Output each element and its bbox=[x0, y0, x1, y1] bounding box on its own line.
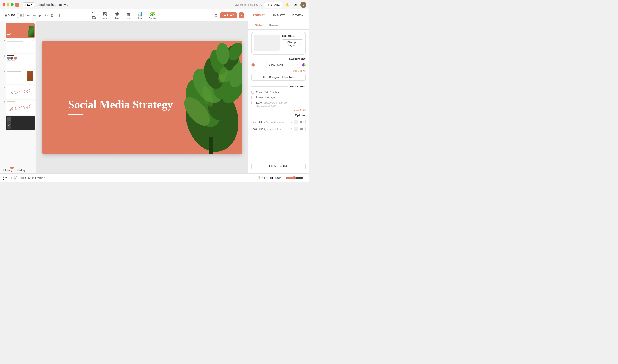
apply-to-all-button[interactable]: Apply To All bbox=[251, 69, 306, 72]
addons-tool[interactable]: 🧩 AddOns bbox=[146, 11, 159, 20]
redo-button[interactable]: ↪ bbox=[31, 13, 37, 18]
slide-format-tab[interactable]: Slide bbox=[251, 21, 265, 29]
lock-slide-toggle[interactable]: No bbox=[294, 127, 306, 131]
hide-background-button[interactable]: Hide Background Graphics bbox=[251, 74, 306, 81]
slide-thumbnail-5[interactable] bbox=[6, 85, 35, 100]
slide-title: Social Media Strategy bbox=[68, 98, 173, 111]
color-picker-icon[interactable] bbox=[302, 63, 306, 67]
grid-view-button[interactable]: ⊟ bbox=[18, 13, 24, 18]
date-row: Date Update Automatically bbox=[251, 100, 306, 105]
view-mode-select[interactable]: Normal View ▾ bbox=[28, 176, 45, 180]
change-layout-button[interactable]: Change Layout ▾ bbox=[282, 39, 303, 49]
document-title: Social Media Strategy 🖊 bbox=[37, 3, 69, 6]
page-indicator: 1 / 1 Slides bbox=[9, 176, 26, 180]
grid-icon: ⊟ bbox=[20, 14, 22, 17]
footer-message-checkbox[interactable] bbox=[251, 96, 255, 99]
mail-icon[interactable]: ✉ bbox=[292, 2, 298, 8]
file-label: FILE bbox=[25, 3, 30, 6]
zoom-slider[interactable] bbox=[286, 176, 303, 180]
shape-tool[interactable]: ⬟ Shape bbox=[111, 11, 123, 20]
slide-thumbnail-3[interactable] bbox=[6, 54, 35, 69]
slide-thumbnails: 1 Social MediaStrategy 2 bbox=[0, 21, 37, 167]
notification-icon[interactable]: 🔔 bbox=[284, 2, 290, 8]
zoom-in-icon[interactable]: + bbox=[305, 176, 306, 180]
gallery-tab[interactable]: Gallery bbox=[16, 168, 26, 172]
chevron-down-icon: ▾ bbox=[300, 42, 301, 45]
page-separator: / bbox=[15, 176, 16, 180]
right-toolbar: ⚙ ▶ PLAY ▾ FORMAT ANIMATE REVIEW bbox=[213, 12, 306, 19]
slide-thumbnail-2[interactable]: 📋 bbox=[6, 39, 35, 53]
update-automatically-label: Update Automatically bbox=[263, 101, 306, 104]
table-tool[interactable]: ▦ Table bbox=[123, 11, 134, 20]
paste-button[interactable]: 📋 bbox=[55, 13, 62, 18]
status-right: 📝 Notes ⊞ 100% − + bbox=[258, 176, 306, 180]
themes-tab[interactable]: Themes bbox=[265, 21, 282, 29]
show-slide-number-label: Show Slide Number bbox=[256, 91, 279, 94]
hide-slide-row: Hide Slide ( During Slideshow ) ○ No bbox=[251, 118, 306, 125]
canvas-area: Social Media Strategy bbox=[37, 21, 248, 173]
play-dropdown-button[interactable]: ▾ bbox=[239, 13, 244, 18]
minimize-button[interactable] bbox=[7, 3, 9, 6]
slide-background: Social Media Strategy bbox=[42, 41, 242, 154]
footer-section-header: Slide Footer bbox=[251, 85, 306, 88]
slide-thumbnail-1[interactable]: Social MediaStrategy bbox=[6, 23, 35, 38]
play-icon: ▶ bbox=[224, 14, 226, 17]
title-bar-icons: 🔔 ✉ U bbox=[284, 2, 306, 8]
chat-icon[interactable]: 💬 bbox=[2, 176, 7, 180]
share-icon: ⇧ bbox=[267, 3, 270, 6]
hide-slide-label: Hide Slide bbox=[251, 121, 263, 124]
avatar[interactable]: U bbox=[301, 2, 306, 8]
plant-decoration bbox=[165, 43, 242, 154]
chevron-down-icon: ▾ bbox=[43, 177, 45, 179]
maximize-button[interactable] bbox=[11, 3, 14, 6]
format-paint-button[interactable]: 🖌 bbox=[37, 13, 43, 18]
library-tab[interactable]: Library New bbox=[2, 168, 13, 172]
edit-master-slide-button[interactable]: Edit Master Slide bbox=[251, 163, 306, 170]
footer-message-input[interactable] bbox=[256, 95, 306, 100]
hide-slide-sub: ( During Slideshow ) bbox=[264, 121, 285, 123]
share-button[interactable]: ⇧ SHARE bbox=[264, 2, 282, 8]
slide-thumbnail-6[interactable] bbox=[6, 100, 35, 115]
slide-thumbnail-4[interactable] bbox=[6, 69, 35, 84]
chart-tool[interactable]: 📊 Chart bbox=[134, 11, 146, 20]
thumb-container-5: 5 bbox=[2, 85, 35, 100]
slides-icon[interactable]: ⊞ bbox=[270, 176, 273, 180]
review-tab[interactable]: REVIEW bbox=[289, 13, 306, 18]
notes-button[interactable]: 📝 Notes bbox=[258, 176, 268, 180]
fill-layout-select[interactable]: Follow Layout ▾ bbox=[266, 62, 301, 68]
zoom-out-icon[interactable]: − bbox=[283, 176, 284, 180]
table-icon: ▦ bbox=[127, 11, 131, 16]
thumb-container-2: 2 📋 bbox=[2, 39, 35, 53]
show-slide-number-row: Show Slide Number bbox=[251, 90, 306, 94]
fill-color-dot[interactable] bbox=[251, 63, 255, 67]
main-content: 1 Social MediaStrategy 2 bbox=[0, 21, 309, 173]
file-menu-button[interactable]: FILE ▾ bbox=[23, 2, 35, 7]
image-icon: 🖼 bbox=[103, 12, 107, 16]
insert-tools: T Text 🖼 Image ⬟ Shape ▦ Table 📊 Chart 🧩… bbox=[89, 11, 159, 20]
undo-button[interactable]: ↩ bbox=[26, 13, 31, 18]
animate-tab[interactable]: ANIMATE bbox=[270, 13, 288, 18]
image-tool[interactable]: 🖼 Image bbox=[99, 11, 111, 20]
hide-slide-toggle[interactable]: No bbox=[294, 120, 306, 124]
svg-rect-14 bbox=[209, 137, 213, 154]
play-button[interactable]: ▶ PLAY bbox=[220, 13, 237, 18]
slide-button[interactable]: ⊞ SLIDE bbox=[2, 13, 18, 18]
show-slide-number-checkbox[interactable] bbox=[251, 91, 255, 94]
lock-slide-sub: ( From Editing ) bbox=[267, 128, 284, 130]
format-tab[interactable]: FORMAT bbox=[250, 12, 268, 18]
traffic-lights bbox=[2, 3, 14, 6]
cut-button[interactable]: ✂ bbox=[44, 13, 49, 18]
page-total: 1 Slides bbox=[17, 176, 26, 180]
settings-button[interactable]: ⚙ bbox=[213, 12, 219, 19]
copy-button[interactable]: ⧉ bbox=[50, 13, 55, 18]
close-button[interactable] bbox=[2, 3, 5, 6]
slide-icon: ⊞ bbox=[5, 14, 7, 17]
slide-canvas[interactable]: Social Media Strategy bbox=[42, 41, 242, 154]
date-checkbox[interactable] bbox=[251, 101, 255, 104]
text-tool[interactable]: T Text bbox=[89, 11, 99, 20]
current-page-input[interactable]: 1 bbox=[9, 176, 14, 180]
apply-to-all-footer-button[interactable]: Apply To All bbox=[251, 109, 306, 111]
text-icon: T bbox=[93, 11, 96, 16]
layout-title: Title Slide bbox=[282, 35, 303, 38]
slide-thumbnail-7[interactable]: 🎸 bbox=[6, 116, 35, 130]
